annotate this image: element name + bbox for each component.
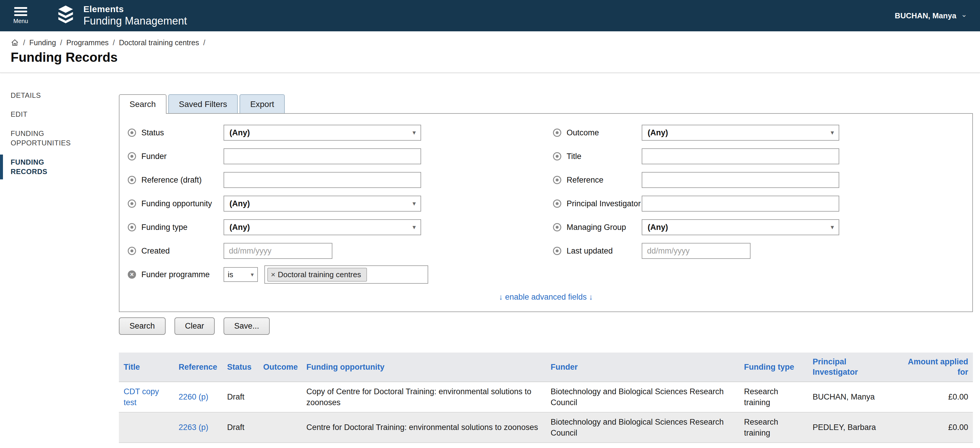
record-title-link[interactable]: CDT copy test — [124, 387, 159, 407]
table-row: 2263 (p) Draft Centre for Doctoral Train… — [119, 412, 973, 443]
sidebar: DETAILS EDIT FUNDING OPPORTUNITIES FUNDI… — [0, 73, 112, 181]
last-updated-date-input[interactable] — [642, 243, 751, 259]
sidebar-item-funding-opportunities[interactable]: FUNDING OPPORTUNITIES — [0, 124, 112, 153]
search-button[interactable]: Search — [119, 318, 165, 335]
enable-advanced-fields-link[interactable]: ↓ enable advanced fields ↓ — [499, 292, 593, 302]
column-header-status[interactable]: Status — [227, 362, 251, 372]
record-funder: Biotechnology and Biological Sciences Re… — [546, 412, 739, 443]
column-header-principal-investigator[interactable]: Principal Investigator — [813, 357, 858, 377]
breadcrumb-item-doctoral-training-centres[interactable]: Doctoral training centres — [119, 38, 199, 47]
column-header-funding-type[interactable]: Funding type — [744, 362, 794, 372]
column-header-reference[interactable]: Reference — [178, 362, 217, 372]
tag-label: Doctoral training centres — [278, 270, 361, 279]
field-toggle-icon[interactable] — [553, 200, 561, 208]
principal-investigator-input[interactable] — [642, 195, 839, 211]
breadcrumb-item-programmes[interactable]: Programmes — [66, 38, 108, 47]
field-toggle-icon[interactable] — [128, 152, 136, 160]
outcome-select[interactable]: (Any) ▾ — [642, 125, 839, 141]
column-header-outcome[interactable]: Outcome — [263, 362, 298, 372]
form-buttons: Search Clear Save... — [119, 318, 980, 335]
breadcrumb-area: / Funding / Programmes / Doctoral traini… — [0, 31, 980, 73]
record-principal-investigator: PEDLEY, Barbara — [808, 412, 894, 443]
funding-opportunity-select[interactable]: (Any) ▾ — [224, 195, 421, 211]
dropdown-arrow-icon: ▾ — [251, 271, 254, 278]
field-toggle-icon[interactable] — [128, 200, 136, 208]
record-status: Draft — [223, 382, 258, 412]
save-button[interactable]: Save... — [224, 318, 270, 335]
breadcrumb-separator: / — [60, 38, 62, 47]
field-toggle-icon[interactable] — [128, 176, 136, 184]
tab-saved-filters[interactable]: Saved Filters — [168, 94, 238, 113]
column-header-funding-opportunity[interactable]: Funding opportunity — [306, 362, 385, 372]
tab-export[interactable]: Export — [240, 94, 285, 113]
field-toggle-icon[interactable] — [128, 223, 136, 231]
tab-search[interactable]: Search — [119, 94, 167, 114]
field-remove-icon[interactable] — [128, 270, 136, 279]
column-header-title[interactable]: Title — [124, 362, 140, 372]
status-select[interactable]: (Any) ▾ — [224, 125, 421, 141]
funder-input[interactable] — [224, 148, 421, 164]
funder-programme-tag-input[interactable]: × Doctoral training centres — [264, 265, 428, 284]
page-title: Funding Records — [11, 50, 980, 65]
user-menu[interactable]: BUCHAN, Manya ⌄ — [895, 0, 967, 31]
funder-programme-operator-select[interactable]: is ▾ — [224, 267, 258, 282]
record-reference-link[interactable]: 2260 (p) — [178, 392, 208, 401]
field-toggle-icon[interactable] — [128, 129, 136, 137]
record-status: Draft — [223, 412, 258, 443]
dropdown-arrow-icon: ▾ — [412, 223, 416, 231]
form-row-status: Status (Any) ▾ — [119, 121, 546, 145]
funding-type-select[interactable]: (Any) ▾ — [224, 219, 421, 235]
managing-group-label: Managing Group — [566, 223, 626, 232]
field-toggle-icon[interactable] — [128, 247, 136, 255]
form-row-managing-group: Managing Group (Any) ▾ — [546, 215, 972, 239]
funder-programme-operator-value: is — [228, 270, 233, 279]
created-label: Created — [142, 246, 170, 256]
record-outcome — [258, 382, 302, 412]
table-row: CDT copy test 2260 (p) Draft Copy of Cen… — [119, 382, 973, 412]
sidebar-item-funding-records[interactable]: FUNDING RECORDS — [0, 153, 112, 181]
managing-group-select[interactable]: (Any) ▾ — [642, 219, 839, 235]
sidebar-item-details[interactable]: DETAILS — [0, 86, 112, 105]
reference-draft-input[interactable] — [224, 172, 421, 188]
form-row-last-updated: Last updated — [546, 239, 972, 263]
record-funder: Biotechnology and Biological Sciences Re… — [546, 382, 739, 412]
funding-type-select-value: (Any) — [229, 223, 250, 232]
dropdown-arrow-icon: ▾ — [830, 223, 834, 231]
field-toggle-icon[interactable] — [553, 223, 561, 231]
created-date-input[interactable] — [224, 243, 332, 259]
brand[interactable]: Elements Funding Management — [54, 4, 187, 27]
record-reference-link[interactable]: 2263 (p) — [178, 423, 208, 432]
menu-button[interactable]: Menu — [7, 7, 34, 24]
breadcrumb-separator: / — [113, 38, 115, 47]
field-toggle-icon[interactable] — [553, 152, 561, 160]
record-funding-opportunity: Centre for Doctoral Training: environmen… — [302, 412, 546, 443]
dropdown-arrow-icon: ▾ — [830, 129, 834, 137]
tag-remove-icon[interactable]: × — [271, 270, 275, 279]
record-amount-applied-for: £0.00 — [894, 412, 973, 443]
clear-button[interactable]: Clear — [175, 318, 215, 335]
title-input[interactable] — [642, 148, 839, 164]
reference-input[interactable] — [642, 172, 839, 188]
field-toggle-icon[interactable] — [553, 247, 561, 255]
sidebar-item-edit[interactable]: EDIT — [0, 105, 112, 124]
managing-group-select-value: (Any) — [648, 223, 668, 232]
record-outcome — [258, 412, 302, 443]
search-form: Status (Any) ▾ Funder — [119, 113, 973, 312]
title-label: Title — [566, 152, 581, 161]
home-icon[interactable] — [11, 39, 19, 47]
form-row-reference: Reference — [546, 168, 972, 192]
funding-type-label: Funding type — [142, 223, 188, 232]
top-bar: Menu Elements Funding Management BUCHAN,… — [0, 0, 980, 31]
breadcrumb-item-funding[interactable]: Funding — [29, 38, 56, 47]
record-funding-type: Research training — [739, 382, 808, 412]
chevron-down-icon: ⌄ — [961, 10, 967, 19]
field-toggle-icon[interactable] — [553, 129, 561, 137]
field-toggle-icon[interactable] — [553, 176, 561, 184]
form-row-reference-draft: Reference (draft) — [119, 168, 546, 192]
column-header-amount-applied-for[interactable]: Amount applied for — [908, 357, 968, 377]
funding-records-table: Title Reference Status Outcome Funding o… — [119, 353, 973, 443]
reference-draft-label: Reference (draft) — [142, 176, 202, 185]
column-header-funder[interactable]: Funder — [550, 362, 578, 372]
hamburger-icon — [14, 7, 27, 16]
user-name: BUCHAN, Manya — [895, 11, 956, 21]
